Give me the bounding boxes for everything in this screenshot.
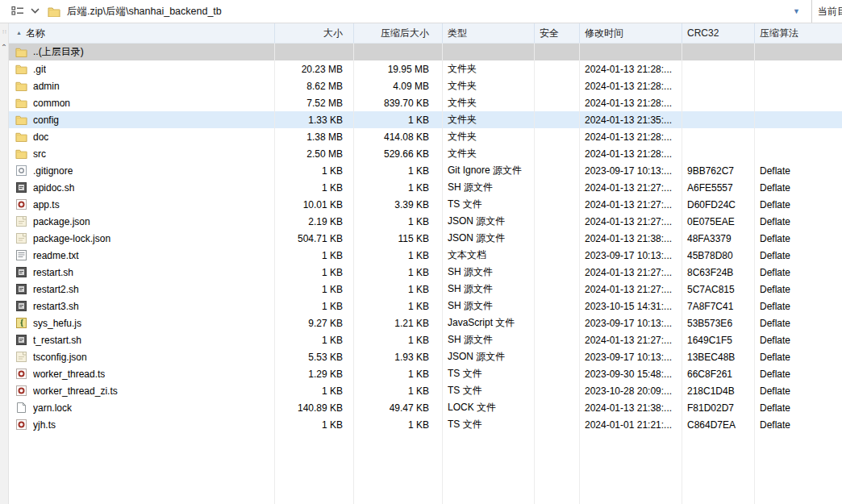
file-name: ..(上层目录): [33, 45, 84, 59]
cell-packed: 1 KB: [354, 247, 443, 264]
cell-size: 9.27 KB: [275, 314, 354, 331]
table-row[interactable]: t_restart.sh1 KB1 KBSH 源文件2024-01-13 21:…: [9, 331, 842, 348]
table-row[interactable]: restart2.sh1 KB1 KBSH 源文件2024-01-13 21:2…: [9, 281, 842, 298]
column-header-name[interactable]: ▲名称: [9, 23, 275, 43]
current-dir-button[interactable]: 当前目: [811, 0, 842, 23]
cell-method: [755, 44, 842, 60]
table-row[interactable]: yarn.lock140.89 KB49.47 KBLOCK 文件2024-01…: [9, 399, 842, 416]
cell-security: [535, 111, 580, 128]
table-row[interactable]: admin8.62 MB4.09 MB文件夹2024-01-13 21:28:.…: [9, 77, 842, 94]
table-row[interactable]: ..(上层目录): [9, 44, 842, 60]
cell-size: 1 KB: [275, 264, 354, 281]
table-row[interactable]: worker_thread.ts1.29 KB1 KBTS 文件2023-09-…: [9, 365, 842, 382]
cell-name: config: [9, 111, 275, 128]
address-path[interactable]: 后端.zip\后端\shanhai_backend_tb: [67, 5, 222, 19]
column-header-packed[interactable]: 压缩后大小: [354, 23, 443, 43]
cell-crc: [682, 145, 755, 162]
table-row[interactable]: restart.sh1 KB1 KBSH 源文件2024-01-13 21:27…: [9, 264, 842, 281]
file-name: yjh.ts: [33, 419, 56, 431]
table-row[interactable]: src2.50 MB529.66 KB文件夹2024-01-13 21:28:.…: [9, 145, 842, 162]
column-label: 名称: [26, 27, 45, 40]
cell-size: 1 KB: [275, 247, 354, 264]
cell-security: [535, 179, 580, 196]
table-row[interactable]: .git20.23 MB19.95 MB文件夹2024-01-13 21:28:…: [9, 60, 842, 77]
column-header-crc[interactable]: CRC32: [682, 23, 755, 43]
folder-icon: [15, 64, 27, 75]
chevron-down-icon[interactable]: [31, 5, 40, 16]
cell-security: [535, 298, 580, 314]
cell-security: [535, 365, 580, 382]
empty-cell: [354, 433, 443, 504]
cell-packed: 1 KB: [354, 365, 443, 382]
table-row[interactable]: restart3.sh1 KB1 KBSH 源文件2023-10-15 14:3…: [9, 298, 842, 314]
table-row[interactable]: readme.txt1 KB1 KB文本文档2023-09-17 10:13:.…: [9, 247, 842, 264]
cell-crc: 1649C1F5: [682, 331, 755, 348]
grip-icon: ∷: [2, 30, 5, 35]
table-header-row: ▲名称大小压缩后大小类型安全修改时间CRC32压缩算法: [9, 23, 842, 44]
cell-packed: 115 KB: [354, 230, 443, 247]
table-row[interactable]: config1.33 KB1 KB文件夹2024-01-13 21:35:...: [9, 111, 842, 128]
file-name: apidoc.sh: [33, 182, 74, 194]
cell-packed: 1 KB: [354, 111, 443, 128]
file-name: t_restart.sh: [33, 335, 81, 346]
cell-method: Deflate: [755, 365, 842, 382]
json-icon: [15, 352, 27, 363]
cell-name: src: [9, 145, 275, 162]
cell-packed: 1 KB: [354, 281, 443, 298]
cell-crc: [682, 77, 755, 94]
cell-name: yarn.lock: [9, 399, 275, 416]
cell-packed: 3.39 KB: [354, 196, 443, 213]
cell-type: 文件夹: [443, 60, 535, 77]
cell-crc: 66C8F261: [682, 365, 755, 382]
column-header-method[interactable]: 压缩算法: [755, 23, 842, 43]
cell-security: [535, 314, 580, 331]
cell-crc: 53B573E6: [682, 314, 755, 331]
cell-mtime: 2023-09-30 15:48:...: [580, 365, 682, 382]
empty-area: [9, 433, 842, 504]
column-label: 大小: [323, 27, 343, 40]
table-row[interactable]: worker_thread_zi.ts1 KB1 KBTS 文件2023-10-…: [9, 382, 842, 399]
table-row[interactable]: package-lock.json504.71 KB115 KBJSON 源文件…: [9, 230, 842, 247]
view-mode-button[interactable]: [10, 3, 26, 20]
cell-security: [535, 145, 580, 162]
table-row[interactable]: .gitignore1 KB1 KBGit Ignore 源文件2023-09-…: [9, 162, 842, 179]
column-header-mtime[interactable]: 修改时间: [580, 23, 682, 43]
cell-mtime: 2024-01-13 21:27:...: [580, 264, 682, 281]
cell-mtime: 2023-09-17 10:13:...: [580, 348, 682, 365]
file-name: sys_hefu.js: [33, 318, 81, 329]
ts-icon: [15, 419, 27, 431]
cell-packed: [354, 44, 443, 60]
txt-icon: [15, 250, 27, 261]
cell-security: [535, 247, 580, 264]
scroll-up-icon[interactable]: ⌃: [1, 43, 7, 52]
file-name: admin: [33, 81, 60, 92]
cell-security: [535, 416, 580, 433]
table-row[interactable]: doc1.38 MB414.08 KB文件夹2024-01-13 21:28:.…: [9, 128, 842, 145]
table-row[interactable]: apidoc.sh1 KB1 KBSH 源文件2024-01-13 21:27:…: [9, 179, 842, 196]
archive-viewer-window: 后端.zip\后端\shanhai_backend_tb ▼ 当前目 ∷ ⌃ ▲…: [0, 0, 842, 504]
cell-type: JavaScript 文件: [443, 314, 535, 331]
ts-icon: [15, 385, 27, 397]
table-row[interactable]: sys_hefu.js9.27 KB1.21 KBJavaScript 文件20…: [9, 314, 842, 331]
table-row[interactable]: package.json2.19 KB1 KBJSON 源文件2024-01-1…: [9, 213, 842, 230]
column-header-type[interactable]: 类型: [443, 23, 535, 43]
table-row[interactable]: yjh.ts1 KB1 KBTS 文件2024-01-01 21:21:...C…: [9, 416, 842, 433]
cell-size: 7.52 MB: [275, 94, 354, 111]
cell-method: Deflate: [755, 399, 842, 416]
cell-name: restart3.sh: [9, 298, 275, 314]
file-name: worker_thread_zi.ts: [33, 385, 118, 397]
cell-method: Deflate: [755, 331, 842, 348]
table-row[interactable]: tsconfig.json5.53 KB1.93 KBJSON 源文件2023-…: [9, 348, 842, 365]
column-header-security[interactable]: 安全: [535, 23, 580, 43]
cell-method: Deflate: [755, 179, 842, 196]
file-name: restart.sh: [33, 267, 73, 278]
table-row[interactable]: common7.52 MB839.70 KB文件夹2024-01-13 21:2…: [9, 94, 842, 111]
cell-mtime: 2024-01-13 21:28:...: [580, 77, 682, 94]
table-row[interactable]: app.ts10.01 KB3.39 KBTS 文件2024-01-13 21:…: [9, 196, 842, 213]
cell-size: 10.01 KB: [275, 196, 354, 213]
cell-name: sys_hefu.js: [9, 314, 275, 331]
column-header-size[interactable]: 大小: [275, 23, 354, 43]
cell-type: 文本文档: [443, 247, 535, 264]
cell-type: SH 源文件: [443, 264, 535, 281]
path-dropdown-arrow-icon[interactable]: ▼: [793, 7, 800, 15]
